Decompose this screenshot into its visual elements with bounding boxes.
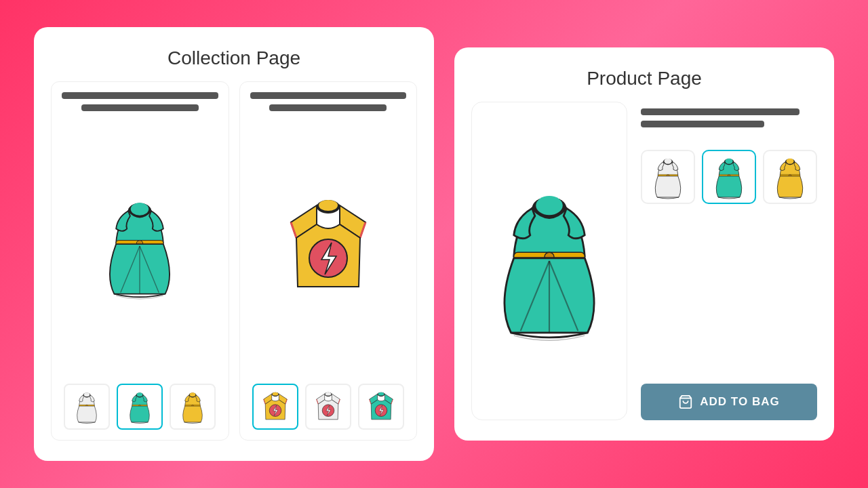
svg-point-36 [378, 392, 384, 396]
product-thumb-white[interactable] [641, 150, 695, 204]
main-container: Collection Page [0, 0, 868, 488]
svg-point-8 [84, 392, 90, 396]
dress-teal-main [96, 192, 184, 300]
product-thumb-row [641, 150, 817, 204]
svg-point-52 [725, 159, 732, 164]
product-thumb-teal[interactable] [702, 150, 756, 204]
dress-image-area [62, 117, 218, 375]
collection-panel: Collection Page [34, 27, 434, 461]
svg-point-26 [272, 392, 278, 396]
svg-point-31 [325, 392, 331, 396]
product-panel: Product Page [454, 47, 834, 441]
dress-thumbnails [64, 384, 216, 430]
add-to-bag-label: ADD TO BAG [700, 395, 779, 409]
thumb-yellow-dress[interactable] [170, 384, 216, 430]
svg-point-41 [536, 196, 563, 215]
product-text-line-1 [641, 108, 800, 115]
svg-point-16 [190, 392, 196, 396]
product-dress-large [485, 180, 614, 342]
tshirt-yellow-main [284, 199, 372, 293]
product-thumb-yellow[interactable] [763, 150, 817, 204]
svg-point-1 [131, 203, 149, 216]
thumb-teal-dress[interactable] [117, 384, 163, 430]
product-info: ADD TO BAG [641, 102, 817, 420]
collection-title: Collection Page [167, 47, 300, 69]
text-line-4 [269, 104, 387, 111]
svg-point-20 [319, 200, 338, 211]
bag-icon [678, 394, 693, 409]
product-main-image [471, 102, 627, 420]
product-text-line-2 [641, 121, 764, 127]
thumb-white-tshirt[interactable] [305, 384, 351, 430]
thumb-white-dress[interactable] [64, 384, 110, 430]
svg-point-48 [664, 159, 671, 164]
product-detail: ADD TO BAG [471, 102, 817, 420]
add-to-bag-button[interactable]: ADD TO BAG [641, 384, 817, 420]
text-line-3 [250, 92, 407, 99]
svg-point-12 [137, 392, 143, 396]
svg-point-56 [786, 159, 793, 164]
collection-tshirt-item[interactable] [239, 81, 418, 441]
text-line-2 [81, 104, 199, 111]
text-line-1 [62, 92, 218, 99]
collection-dress-item[interactable] [51, 81, 229, 441]
product-title: Product Page [587, 68, 702, 89]
tshirt-thumbnails [252, 384, 404, 430]
tshirt-image-area [250, 117, 407, 375]
thumb-teal-tshirt[interactable] [358, 384, 404, 430]
collection-grid [51, 81, 417, 441]
thumb-yellow-tshirt[interactable] [252, 384, 298, 430]
